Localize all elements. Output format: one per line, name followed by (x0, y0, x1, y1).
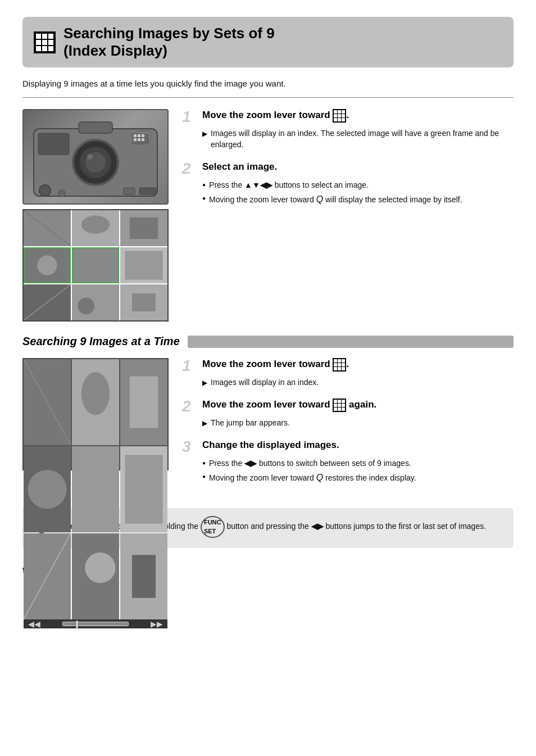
svg-point-4 (87, 154, 93, 160)
svg-rect-48 (125, 455, 162, 524)
step-title-s2-3: Change the displayed images. (202, 439, 339, 451)
photo-cell (72, 247, 119, 283)
jump-photo-cell (24, 446, 71, 532)
index-grid-icon-s2-2 (333, 399, 346, 412)
svg-point-52 (85, 553, 115, 583)
bullet-2-1: ● Press the ▲▼◀▶ buttons to select an im… (202, 180, 514, 191)
jump-photo-cell (120, 533, 167, 619)
bullet-text: Moving the zoom lever toward Q restores … (209, 472, 416, 484)
svg-point-40 (81, 372, 110, 415)
section2-steps: 1 Move the zoom lever toward . ▶ Images … (182, 358, 514, 494)
svg-point-22 (81, 216, 110, 234)
s2-step-1: 1 Move the zoom lever toward . ▶ Images … (182, 358, 514, 388)
svg-rect-42 (130, 377, 158, 428)
section1-content: 1 Move the zoom lever toward . ▶ Images … (22, 109, 514, 322)
step-number-s2-1: 1 (182, 358, 198, 374)
section1-images (22, 109, 169, 322)
circle-icon: ● (202, 194, 206, 202)
svg-rect-36 (132, 293, 156, 311)
jump-bar-left-arrow: ◀◀ (28, 619, 40, 628)
bullet-text: Images will display in an index. The sel… (211, 128, 514, 150)
step-title-s2-1: Move the zoom lever toward . (202, 358, 349, 372)
jump-photo-cell (24, 359, 71, 445)
svg-rect-10 (138, 134, 140, 137)
bullet-s2-2-1: ▶ The jump bar appears. (202, 418, 514, 429)
jump-photo-cell (120, 359, 167, 445)
camera-image (22, 109, 169, 205)
svg-rect-45 (72, 446, 119, 532)
bullet-text: Press the ◀▶ buttons to switch between s… (209, 458, 411, 469)
jump-photo-cell (72, 359, 119, 445)
title-box: Searching Images by Sets of 9 (Index Dis… (22, 17, 514, 67)
s2-step-3: 3 Change the displayed images. ● Press t… (182, 439, 514, 485)
bullet-text: Press the ▲▼◀▶ buttons to select an imag… (209, 180, 369, 191)
svg-point-15 (39, 185, 51, 196)
photo-cell (24, 247, 71, 283)
triangle-icon: ▶ (202, 419, 207, 428)
svg-rect-54 (132, 555, 156, 599)
bullet-s2-3-1: ● Press the ◀▶ buttons to switch between… (202, 458, 514, 469)
step-title-2: Select an image. (202, 161, 277, 173)
jump-photo-cell (24, 533, 71, 619)
svg-rect-9 (134, 134, 137, 137)
photo-cell (120, 284, 167, 320)
svg-rect-13 (138, 138, 140, 141)
jump-photo-grid (24, 359, 167, 619)
jump-photo-cell (72, 533, 119, 619)
circle-icon: ● (202, 473, 206, 481)
photo-cell (72, 284, 119, 320)
circle-icon: ● (202, 459, 206, 467)
title-icon (34, 31, 56, 53)
bullet-s2-1-1: ▶ Images will display in an index. (202, 377, 514, 388)
photo-cell (120, 210, 167, 246)
jump-bar-strip: ◀◀ ▶▶ (24, 619, 167, 628)
step-number-2: 2 (182, 161, 198, 176)
section2-content: ◀◀ ▶▶ Jump Bar 1 Move the zoom lever tow… (22, 358, 514, 494)
jump-photo-cell (120, 446, 167, 532)
svg-rect-11 (142, 134, 144, 137)
svg-rect-17 (124, 188, 135, 194)
svg-point-44 (28, 470, 66, 509)
step-2: 2 Select an image. ● Press the ▲▼◀▶ butt… (182, 161, 514, 206)
func-set-button: FUNCSET (201, 516, 225, 538)
bullet-text: The jump bar appears. (211, 418, 290, 429)
svg-point-26 (37, 256, 57, 275)
bullet-s2-3-2: ● Moving the zoom lever toward Q restore… (202, 472, 514, 484)
bullet-text: Moving the zoom lever toward Q will disp… (209, 193, 462, 206)
bullet-1-1: ▶ Images will display in an index. The s… (202, 128, 514, 150)
photo-cell (24, 210, 71, 246)
triangle-icon: ▶ (202, 378, 207, 388)
section2-heading: Searching 9 Images at a Time (22, 335, 514, 348)
intro-text: Displaying 9 images at a time lets you q… (22, 79, 514, 88)
circle-icon: ● (202, 181, 206, 189)
svg-point-34 (78, 298, 94, 315)
svg-rect-14 (142, 138, 144, 141)
bullet-text: Images will display in an index. (211, 377, 319, 388)
svg-rect-18 (139, 188, 156, 194)
section-divider (22, 97, 514, 98)
svg-rect-5 (79, 122, 112, 133)
jump-photo-cell (72, 446, 119, 532)
section2-image-col: ◀◀ ▶▶ Jump Bar (22, 358, 169, 494)
jump-bar-image: ◀◀ ▶▶ (22, 358, 169, 470)
triangle-icon: ▶ (202, 129, 207, 139)
photo-cell (120, 247, 167, 283)
photo-cell (24, 284, 71, 320)
index-grid-icon-s2-1 (333, 358, 346, 372)
step-title-s2-2: Move the zoom lever toward again. (202, 399, 376, 412)
photo-cell (72, 210, 119, 246)
step-number-s2-3: 3 (182, 439, 198, 455)
svg-rect-12 (134, 138, 137, 141)
photo-grid-section1 (22, 209, 169, 322)
svg-point-16 (58, 190, 65, 197)
section-heading-bar (188, 336, 514, 348)
svg-rect-27 (73, 248, 118, 282)
svg-rect-24 (130, 218, 158, 239)
step-title-1: Move the zoom lever toward . (202, 109, 349, 123)
bullet-2-2: ● Moving the zoom lever toward Q will di… (202, 193, 514, 206)
jump-bar-right-arrow: ▶▶ (151, 619, 163, 628)
svg-rect-30 (125, 251, 162, 280)
index-grid-icon-1 (333, 109, 346, 123)
step-number-s2-2: 2 (182, 399, 198, 414)
step-1: 1 Move the zoom lever toward . ▶ Images … (182, 109, 514, 150)
